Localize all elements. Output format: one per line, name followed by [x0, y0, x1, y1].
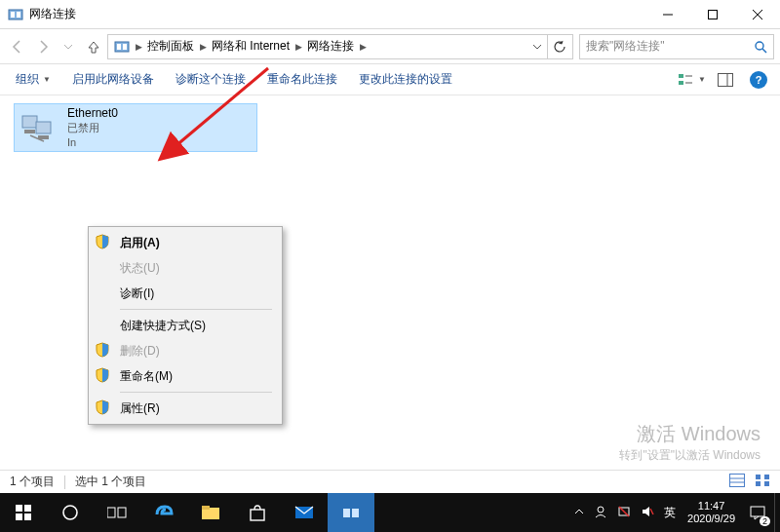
- view-large-icons-button[interactable]: [755, 474, 770, 490]
- task-view-button[interactable]: [94, 493, 140, 532]
- svg-rect-37: [118, 508, 126, 517]
- svg-rect-2: [17, 12, 20, 18]
- minimize-button[interactable]: [645, 0, 690, 29]
- cmd-diagnose[interactable]: 诊断这个连接: [168, 67, 254, 92]
- taskbar-explorer[interactable]: [187, 493, 234, 532]
- taskbar-clock[interactable]: 11:47 2020/9/29: [682, 500, 741, 525]
- view-details-button[interactable]: [729, 474, 745, 490]
- chevron-right-icon[interactable]: ▶: [358, 42, 368, 52]
- up-button[interactable]: [82, 35, 105, 58]
- svg-rect-31: [16, 505, 22, 512]
- taskbar-store[interactable]: [234, 493, 281, 532]
- network-adapter-icon: [20, 108, 59, 147]
- chevron-right-icon[interactable]: ▶: [134, 42, 143, 52]
- svg-rect-12: [679, 74, 683, 78]
- search-placeholder: 搜索"网络连接": [586, 38, 665, 55]
- shield-icon: [95, 234, 112, 251]
- svg-rect-20: [24, 130, 35, 133]
- shield-icon: [95, 367, 112, 385]
- ctx-diagnose[interactable]: 诊断(I): [91, 281, 280, 306]
- svg-line-47: [650, 509, 653, 514]
- system-tray[interactable]: 英: [568, 505, 682, 521]
- shield-icon: [95, 342, 112, 360]
- close-button[interactable]: [735, 0, 780, 29]
- help-button[interactable]: ?: [745, 68, 772, 92]
- address-dropdown[interactable]: [527, 42, 547, 52]
- svg-rect-19: [36, 122, 51, 133]
- address-field[interactable]: ▶ 控制面板 ▶ 网络和 Internet ▶ 网络连接 ▶: [107, 34, 573, 59]
- start-button[interactable]: [0, 493, 47, 532]
- svg-rect-8: [117, 44, 121, 50]
- recent-dropdown[interactable]: [57, 35, 80, 58]
- cmd-rename[interactable]: 重命名此连接: [259, 67, 345, 92]
- svg-rect-39: [202, 506, 210, 510]
- ctx-status: 状态(U): [91, 255, 280, 281]
- search-icon[interactable]: [754, 40, 767, 57]
- svg-rect-36: [107, 508, 115, 517]
- ctx-properties[interactable]: 属性(R): [91, 396, 280, 421]
- svg-rect-24: [730, 475, 745, 487]
- ime-indicator[interactable]: 英: [664, 505, 676, 521]
- shield-icon: [95, 399, 112, 417]
- breadcrumb[interactable]: 网络连接: [303, 35, 358, 58]
- ctx-enable[interactable]: 启用(A): [91, 230, 280, 255]
- context-menu: 启用(A) 状态(U) 诊断(I) 创建快捷方式(S) 删除(D) 重命名(M)…: [88, 226, 283, 425]
- status-selection: 选中 1 个项目: [75, 474, 146, 490]
- notification-badge: 2: [760, 516, 770, 526]
- adapter-item-ethernet0[interactable]: Ethernet0 已禁用 In: [14, 103, 257, 152]
- back-button[interactable]: [6, 35, 29, 58]
- svg-rect-29: [756, 481, 760, 486]
- window-icon: [8, 7, 23, 22]
- preview-pane-button[interactable]: [712, 68, 739, 92]
- cmd-enable-device[interactable]: 启用此网络设备: [64, 67, 162, 92]
- address-bar: ▶ 控制面板 ▶ 网络和 Internet ▶ 网络连接 ▶ 搜索"网络连接": [0, 29, 780, 64]
- adapter-driver: In: [67, 135, 118, 150]
- svg-rect-42: [343, 509, 350, 517]
- taskbar-mail[interactable]: [281, 493, 328, 532]
- svg-rect-40: [251, 510, 264, 520]
- breadcrumb[interactable]: 控制面板: [143, 35, 198, 58]
- breadcrumb[interactable]: 网络和 Internet: [208, 35, 293, 58]
- maximize-button[interactable]: [690, 0, 735, 29]
- svg-rect-33: [16, 513, 22, 520]
- svg-point-44: [598, 507, 604, 513]
- taskbar-active-window[interactable]: [328, 493, 374, 532]
- taskbar: 英 11:47 2020/9/29 2: [0, 493, 780, 532]
- cmd-change-settings[interactable]: 更改此连接的设置: [351, 67, 460, 92]
- svg-line-11: [762, 49, 766, 53]
- svg-rect-32: [24, 505, 31, 512]
- forward-button[interactable]: [31, 35, 55, 58]
- action-center-button[interactable]: 2: [741, 493, 774, 532]
- svg-point-35: [63, 506, 77, 519]
- people-icon[interactable]: [594, 505, 607, 520]
- view-options-button[interactable]: ▼: [679, 68, 706, 92]
- tray-overflow-icon[interactable]: [574, 507, 584, 518]
- cortana-button[interactable]: [47, 493, 94, 532]
- activation-watermark: 激活 Windows 转到"设置"以激活 Windows: [619, 421, 760, 464]
- title-bar: 网络连接: [0, 0, 780, 29]
- ctx-rename[interactable]: 重命名(M): [91, 363, 280, 389]
- chevron-right-icon[interactable]: ▶: [293, 42, 303, 52]
- refresh-button[interactable]: [547, 35, 570, 58]
- command-bar: 组织 ▼ 启用此网络设备 诊断这个连接 重命名此连接 更改此连接的设置 ▼ ?: [0, 64, 780, 95]
- adapter-name: Ethernet0: [67, 106, 118, 121]
- svg-rect-43: [352, 509, 359, 517]
- chevron-right-icon[interactable]: ▶: [198, 42, 208, 52]
- taskbar-edge[interactable]: [140, 493, 187, 532]
- content-area: Ethernet0 已禁用 In 启用(A) 状态(U) 诊断(I) 创建快捷方…: [0, 95, 780, 470]
- network-tray-icon[interactable]: [617, 505, 631, 520]
- ctx-create-shortcut[interactable]: 创建快捷方式(S): [91, 313, 280, 338]
- show-desktop-button[interactable]: [774, 493, 780, 532]
- status-item-count: 1 个项目: [10, 474, 55, 490]
- svg-rect-9: [123, 44, 127, 50]
- organize-menu[interactable]: 组织 ▼: [8, 67, 58, 92]
- svg-rect-34: [24, 513, 31, 520]
- svg-rect-1: [11, 12, 15, 18]
- volume-icon[interactable]: [641, 505, 654, 520]
- ctx-delete: 删除(D): [91, 338, 280, 363]
- search-input[interactable]: 搜索"网络连接": [579, 34, 774, 59]
- svg-rect-27: [756, 475, 760, 479]
- svg-rect-48: [751, 507, 764, 516]
- svg-rect-28: [764, 475, 769, 479]
- window-title: 网络连接: [29, 6, 76, 22]
